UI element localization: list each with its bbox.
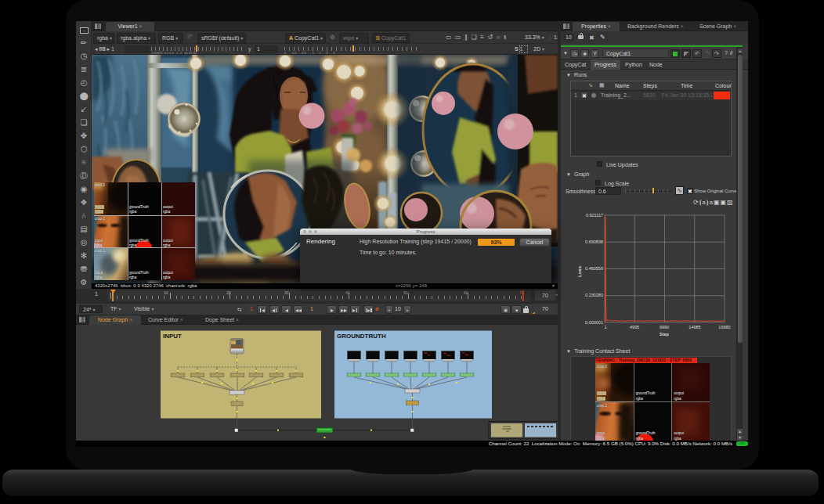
svg-text:Step: Step <box>660 332 670 337</box>
svg-text:0.921117: 0.921117 <box>586 213 603 218</box>
svg-text:0.460559: 0.460559 <box>585 266 603 271</box>
svg-text:4995: 4995 <box>630 325 639 329</box>
svg-text:Loss: Loss <box>577 265 582 277</box>
svg-text:0.230280: 0.230280 <box>585 293 603 297</box>
svg-text:14985: 14985 <box>688 325 700 329</box>
svg-text:INPUT: INPUT <box>163 333 182 340</box>
svg-text:19980: 19980 <box>718 325 730 329</box>
svg-text:9990: 9990 <box>660 325 669 329</box>
svg-text:1: 1 <box>604 325 606 329</box>
svg-text:0.690838: 0.690838 <box>585 239 603 244</box>
svg-text:0.000001: 0.000001 <box>585 320 603 325</box>
svg-text:GROUNDTRUTH: GROUNDTRUTH <box>337 333 386 340</box>
